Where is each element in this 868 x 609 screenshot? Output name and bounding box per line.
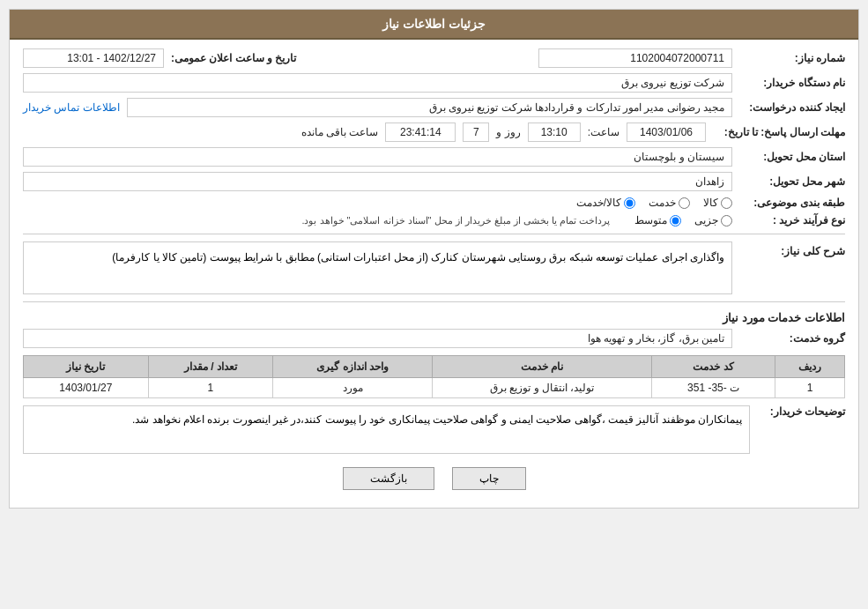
buyer-org-row: نام دستگاه خریدار: شرکت توزیع نیروی برق	[23, 73, 845, 93]
reply-time-label: ساعت:	[588, 126, 619, 138]
col-header-date: تاریخ نیاز	[24, 356, 149, 378]
requester-value: مجید رضوانی مدیر امور تدارکات و قرارداده…	[127, 98, 732, 117]
category-option-both: کالا/خدمت	[576, 197, 635, 209]
services-table: ردیف کد خدمت نام خدمت واحد اندازه گیری ت…	[23, 355, 845, 398]
main-container: جزئیات اطلاعات نیاز شماره نیاز: 11020040…	[9, 9, 859, 509]
back-button[interactable]: بازگشت	[343, 467, 434, 490]
reply-deadline-label: مهلت ارسال پاسخ: تا تاریخ:	[713, 126, 845, 138]
reply-days: 7	[463, 123, 489, 142]
table-cell: مورد	[273, 378, 433, 398]
process-radio-group: جزیی متوسط	[634, 214, 732, 227]
page-wrapper: جزئیات اطلاعات نیاز شماره نیاز: 11020040…	[0, 0, 868, 609]
divider-1	[23, 234, 845, 234]
service-group-row: گروه خدمت: تامین برق، گاز، بخار و تهویه …	[23, 329, 845, 348]
category-radio-kala[interactable]	[721, 197, 732, 209]
requester-row: ایجاد کننده درخواست: مجید رضوانی مدیر ام…	[23, 98, 845, 117]
service-group-value: تامین برق، گاز، بخار و تهویه هوا	[23, 329, 732, 348]
process-type-row: نوع فرآیند خرید : جزیی متوسط پرداخت تمام…	[23, 214, 845, 227]
need-number-label: شماره نیاز:	[739, 52, 845, 64]
col-header-row: ردیف	[775, 356, 844, 378]
need-number-value: 1102004072000711	[538, 48, 732, 68]
process-radio-motavasset[interactable]	[670, 215, 681, 227]
reply-time: 13:10	[528, 123, 581, 142]
header-title: جزئیات اطلاعات نیاز	[382, 17, 486, 31]
need-number-row: شماره نیاز: 1102004072000711 تاریخ و ساع…	[23, 48, 845, 68]
process-option-jozei: جزیی	[694, 214, 732, 227]
category-option-khedmat: خدمت	[649, 197, 690, 209]
buyer-org-label: نام دستگاه خریدار:	[739, 77, 845, 89]
print-button[interactable]: چاپ	[452, 467, 526, 490]
description-textarea	[23, 241, 732, 294]
reply-remain-time: 23:41:14	[385, 123, 456, 142]
reply-days-label: روز و	[496, 126, 520, 138]
process-radio-jozei[interactable]	[721, 215, 732, 227]
delivery-province-value: سیستان و بلوچستان	[23, 147, 732, 167]
table-header-row: ردیف کد خدمت نام خدمت واحد اندازه گیری ت…	[24, 356, 845, 378]
reply-deadline-row: مهلت ارسال پاسخ: تا تاریخ: 1403/01/06 سا…	[23, 123, 845, 142]
process-option-motavasset: متوسط	[634, 214, 681, 227]
process-jozei-label: جزیی	[694, 214, 718, 227]
buyer-notes-row: توضیحات خریدار:	[23, 405, 845, 454]
col-header-qty: تعداد / مقدار	[148, 356, 273, 378]
category-radio-khedmat[interactable]	[679, 197, 690, 209]
process-motavasset-label: متوسط	[634, 214, 667, 227]
col-header-name: نام خدمت	[433, 356, 652, 378]
content-area: شماره نیاز: 1102004072000711 تاریخ و ساع…	[10, 40, 858, 508]
col-header-unit: واحد اندازه گیری	[273, 356, 433, 378]
reply-remain-label: ساعت باقی مانده	[301, 126, 379, 138]
delivery-province-label: استان محل تحویل:	[739, 151, 845, 163]
delivery-city-value: زاهدان	[23, 172, 732, 191]
table-cell: 1	[148, 378, 273, 398]
category-row: طبقه بندی موضوعی: کالا خدمت کالا/خدمت	[23, 197, 845, 209]
reply-date: 1403/01/06	[627, 123, 706, 142]
process-note: پرداخت تمام یا بخشی از مبلغ خریدار از مح…	[301, 215, 610, 227]
category-radio-both[interactable]	[624, 197, 635, 209]
table-cell: ت -35- 351	[652, 378, 775, 398]
category-option-kala: کالا	[703, 197, 732, 209]
delivery-city-label: شهر محل تحویل:	[739, 175, 845, 188]
divider-2	[23, 301, 845, 302]
table-cell: 1403/01/27	[24, 378, 149, 398]
table-row: 1ت -35- 351تولید، انتقال و توزیع برقمورد…	[24, 378, 845, 398]
description-label: شرح کلی نیاز:	[739, 241, 845, 257]
buyer-notes-label: توضیحات خریدار:	[757, 405, 845, 418]
services-section-title: اطلاعات خدمات مورد نیاز	[23, 311, 845, 324]
category-both-label: کالا/خدمت	[576, 197, 621, 209]
col-header-code: کد خدمت	[652, 356, 775, 378]
description-row: شرح کلی نیاز:	[23, 241, 845, 294]
buyer-org-value: شرکت توزیع نیروی برق	[23, 73, 732, 93]
contact-link[interactable]: اطلاعات تماس خریدار	[23, 101, 120, 114]
table-cell: تولید، انتقال و توزیع برق	[433, 378, 652, 398]
process-type-label: نوع فرآیند خرید :	[739, 214, 845, 227]
buyer-notes-textarea	[23, 405, 750, 454]
requester-label: ایجاد کننده درخواست:	[739, 101, 845, 114]
category-label: طبقه بندی موضوعی:	[739, 197, 845, 209]
announcement-label: تاریخ و ساعت اعلان عمومی:	[171, 52, 296, 64]
service-group-label: گروه خدمت:	[739, 332, 845, 345]
announcement-value: 1402/12/27 - 13:01	[23, 48, 164, 68]
category-khedmat-label: خدمت	[649, 197, 676, 209]
delivery-province-row: استان محل تحویل: سیستان و بلوچستان	[23, 147, 845, 167]
table-cell: 1	[775, 378, 844, 398]
delivery-city-row: شهر محل تحویل: زاهدان	[23, 172, 845, 191]
category-kala-label: کالا	[703, 197, 718, 209]
category-radio-group: کالا خدمت کالا/خدمت	[576, 197, 732, 209]
action-buttons: چاپ بازگشت	[23, 467, 845, 490]
page-header: جزئیات اطلاعات نیاز	[10, 10, 858, 40]
